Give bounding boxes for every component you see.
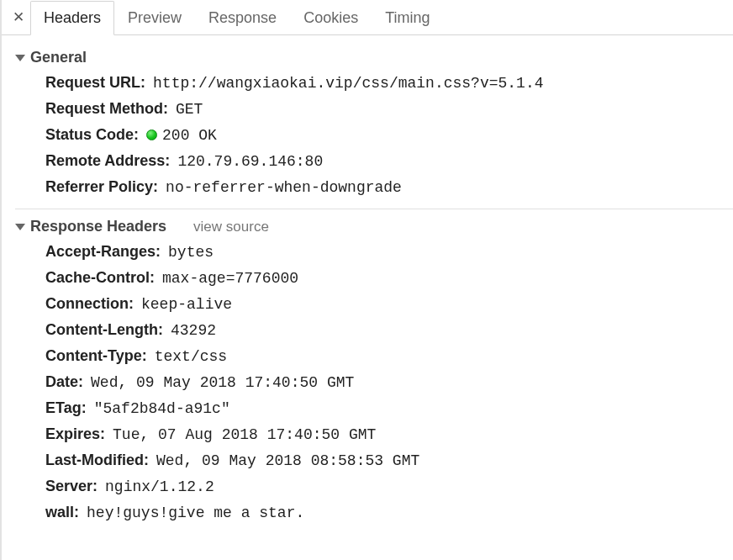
value-accept-ranges: bytes <box>168 244 214 261</box>
tab-preview[interactable]: Preview <box>114 1 195 35</box>
label-etag: ETag: <box>45 399 87 416</box>
section-response-headers: Response Headers view source Accept-Rang… <box>15 209 733 534</box>
tab-response[interactable]: Response <box>195 1 290 35</box>
row-remote-address: Remote Address: 120.79.69.146:80 <box>15 148 733 174</box>
row-content-type: Content-Type: text/css <box>15 343 733 369</box>
triangle-down-icon <box>15 55 25 61</box>
value-request-method: GET <box>176 101 203 118</box>
section-general: General Request URL: http://wangxiaokai.… <box>15 40 733 209</box>
value-request-url: http://wangxiaokai.vip/css/main.css?v=5.… <box>153 75 543 92</box>
tab-headers[interactable]: Headers <box>30 1 114 35</box>
label-content-length: Content-Length: <box>45 321 163 338</box>
label-remote-address: Remote Address: <box>45 152 170 169</box>
label-referrer-policy: Referrer Policy: <box>45 178 158 195</box>
label-cache-control: Cache-Control: <box>45 269 155 286</box>
row-content-length: Content-Length: 43292 <box>15 317 733 343</box>
value-expires: Tue, 07 Aug 2018 17:40:50 GMT <box>113 426 376 443</box>
value-remote-address: 120.79.69.146:80 <box>177 153 323 170</box>
row-request-url: Request URL: http://wangxiaokai.vip/css/… <box>15 70 733 96</box>
label-content-type: Content-Type: <box>45 347 147 364</box>
row-date: Date: Wed, 09 May 2018 17:40:50 GMT <box>15 369 733 395</box>
row-wall: wall: hey!guys!give me a star. <box>15 499 733 526</box>
value-connection: keep-alive <box>141 296 232 313</box>
value-server: nginx/1.12.2 <box>105 478 214 495</box>
label-expires: Expires: <box>45 425 105 442</box>
label-request-method: Request Method: <box>45 100 168 117</box>
value-content-type: text/css <box>155 348 227 365</box>
view-source-link[interactable]: view source <box>193 219 269 235</box>
value-referrer-policy: no-referrer-when-downgrade <box>166 179 402 196</box>
label-connection: Connection: <box>45 295 134 312</box>
headers-content: General Request URL: http://wangxiaokai.… <box>2 35 733 539</box>
label-accept-ranges: Accept-Ranges: <box>45 243 161 260</box>
row-last-modified: Last-Modified: Wed, 09 May 2018 08:58:53… <box>15 447 733 473</box>
value-status-code: 200 OK <box>146 127 217 144</box>
label-last-modified: Last-Modified: <box>45 452 149 468</box>
value-last-modified: Wed, 09 May 2018 08:58:53 GMT <box>156 452 419 469</box>
label-wall: wall: <box>45 504 79 520</box>
status-code-text: 200 OK <box>162 127 217 144</box>
row-etag: ETag: "5af2b84d-a91c" <box>15 395 733 421</box>
value-cache-control: max-age=7776000 <box>162 270 298 287</box>
row-status-code: Status Code: 200 OK <box>15 122 733 148</box>
label-server: Server: <box>45 478 98 494</box>
tab-bar: ✕ Headers Preview Response Cookies Timin… <box>2 0 733 35</box>
value-etag: "5af2b84d-a91c" <box>94 400 230 417</box>
section-response-headers-title: Response Headers <box>30 218 166 235</box>
tab-cookies[interactable]: Cookies <box>290 1 372 35</box>
triangle-down-icon <box>15 224 25 230</box>
value-date: Wed, 09 May 2018 17:40:50 GMT <box>91 374 354 391</box>
row-accept-ranges: Accept-Ranges: bytes <box>15 239 733 265</box>
label-date: Date: <box>45 373 83 390</box>
section-response-headers-toggle[interactable]: Response Headers view source <box>15 214 733 239</box>
section-general-title: General <box>30 49 87 66</box>
row-server: Server: nginx/1.12.2 <box>15 473 733 499</box>
row-expires: Expires: Tue, 07 Aug 2018 17:40:50 GMT <box>15 421 733 447</box>
row-connection: Connection: keep-alive <box>15 291 733 317</box>
label-status-code: Status Code: <box>45 126 139 143</box>
section-general-toggle[interactable]: General <box>15 45 733 70</box>
label-request-url: Request URL: <box>45 74 145 91</box>
tab-timing[interactable]: Timing <box>372 1 443 35</box>
row-referrer-policy: Referrer Policy: no-referrer-when-downgr… <box>15 174 733 200</box>
close-icon[interactable]: ✕ <box>7 0 30 34</box>
value-content-length: 43292 <box>171 322 216 339</box>
row-cache-control: Cache-Control: max-age=7776000 <box>15 265 733 291</box>
row-request-method: Request Method: GET <box>15 96 733 122</box>
network-headers-panel: ✕ Headers Preview Response Cookies Timin… <box>0 0 733 560</box>
status-ok-icon <box>146 129 157 140</box>
value-wall: hey!guys!give me a star. <box>87 505 304 521</box>
